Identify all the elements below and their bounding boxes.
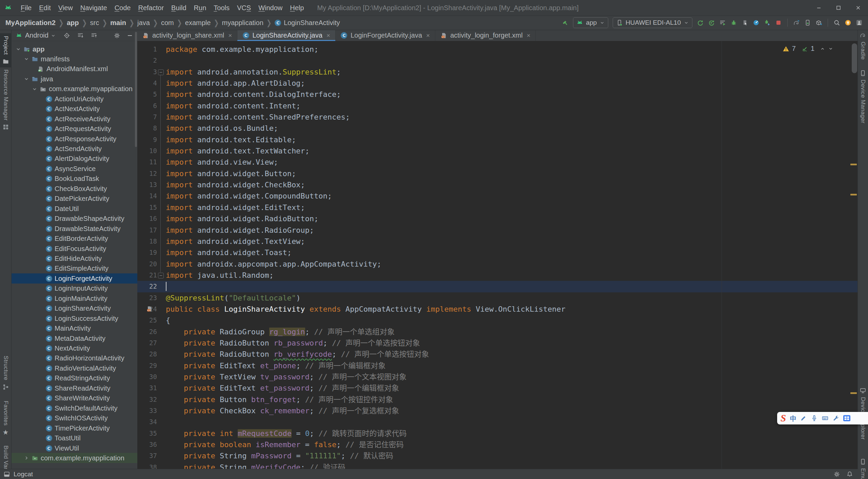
updates-icon[interactable] (845, 19, 851, 26)
tree-item-editfocusactivity[interactable]: CEditFocusActivity (12, 244, 137, 254)
breadcrumb-item-java[interactable]: java (137, 19, 150, 27)
tool-strip-project[interactable]: Project (0, 33, 11, 67)
line-number[interactable]: 38 (137, 462, 157, 469)
line-number[interactable]: 31 (137, 382, 157, 394)
tree-chevron-down-icon[interactable] (32, 86, 37, 92)
tree-item-loginshareactivity[interactable]: CLoginShareActivity (12, 304, 137, 314)
tree-item-bookloadtask[interactable]: CBookLoadTask (12, 174, 137, 184)
breadcrumb-item-myapplication[interactable]: myapplication (222, 19, 263, 27)
tree-chevron-down-icon[interactable] (16, 46, 21, 52)
hide-panel-icon[interactable] (126, 32, 133, 39)
code-line-13[interactable]: 13import android.widget.CheckBox; (137, 179, 858, 190)
profile-avatar-icon[interactable] (856, 19, 863, 26)
code-line-30[interactable]: 30 private TextView tv_password; // 声明一个… (137, 371, 858, 382)
debug-process-icon[interactable] (764, 19, 771, 26)
menu-vcs[interactable]: VCS (233, 4, 255, 12)
debug-icon[interactable] (730, 19, 737, 26)
tree-item-viewutil[interactable]: CViewUtil (12, 443, 137, 453)
warning-stripe-mark[interactable] (850, 164, 857, 165)
tab-activity-login-forget-xml[interactable]: </>activity_login_forget.xml× (435, 30, 536, 41)
tree-item-com-example-myapplication[interactable]: com.example.myapplication (12, 84, 137, 94)
menu-build[interactable]: Build (167, 4, 190, 12)
tree-item-com-example-myapplication[interactable]: com.example.myapplication (12, 453, 137, 463)
close-tab-icon[interactable]: × (327, 32, 330, 39)
line-number[interactable]: 25 (137, 315, 157, 326)
warning-stripe-mark[interactable] (850, 392, 857, 394)
project-view-label[interactable]: Android (25, 32, 48, 39)
line-number[interactable]: 1 (137, 44, 157, 55)
tree-item-androidmanifest-xml[interactable]: MFAndroidManifest.xml (12, 64, 137, 74)
tree-item-timepickeractivity[interactable]: CTimePickerActivity (12, 423, 137, 433)
minimize-button[interactable] (809, 0, 829, 16)
gutter-related-file-icon[interactable]: </> (146, 306, 153, 312)
line-number[interactable]: 35 (137, 428, 157, 439)
collapse-all-icon[interactable] (91, 32, 97, 39)
menu-code[interactable]: Code (111, 4, 135, 12)
code-line-9[interactable]: 9import android.text.Editable; (137, 134, 858, 145)
breadcrumb-item-myapplication2[interactable]: MyApplication2 (5, 19, 56, 27)
line-number[interactable]: 4 (137, 78, 157, 89)
code-line-12[interactable]: 12import android.widget.Button; (137, 168, 858, 179)
tree-chevron-down-icon[interactable] (24, 76, 29, 82)
tool-strip-device-manager[interactable]: Device Manager (858, 70, 868, 123)
tree-item-editsimpleactivity[interactable]: CEditSimpleActivity (12, 264, 137, 274)
tree-item-actresponseactivity[interactable]: CActResponseActivity (12, 134, 137, 144)
line-number[interactable]: 17 (137, 225, 157, 236)
line-number[interactable]: 7 (137, 111, 157, 123)
stop-icon[interactable] (775, 19, 782, 26)
line-number[interactable]: 18 (137, 236, 157, 247)
tool-strip-emulator[interactable]: Emulator (858, 458, 868, 479)
tree-item-app[interactable]: app (12, 44, 137, 54)
search-everywhere-icon[interactable] (833, 19, 840, 26)
line-number[interactable]: 5 (137, 89, 157, 100)
tree-item-alertdialogactivity[interactable]: CAlertDialogActivity (12, 154, 137, 164)
line-number[interactable]: 23 (137, 292, 157, 304)
line-number[interactable]: 28 (137, 349, 157, 360)
code-line-24[interactable]: 24public class LoginShareActivity extend… (137, 304, 858, 315)
chevron-down-icon[interactable] (51, 33, 56, 38)
code-line-18[interactable]: 18import android.widget.TextView; (137, 236, 858, 247)
line-number[interactable]: 14 (137, 190, 157, 202)
maximize-button[interactable] (829, 0, 848, 16)
locate-icon[interactable] (63, 32, 70, 39)
tree-item-manifests[interactable]: manifests (12, 54, 137, 64)
menu-run[interactable]: Run (190, 4, 210, 12)
tree-item-metadataactivity[interactable]: CMetaDataActivity (12, 333, 137, 343)
tree-item-actrequestactivity[interactable]: CActRequestActivity (12, 124, 137, 134)
line-number[interactable]: 21 (137, 270, 157, 281)
code-line-27[interactable]: 27 private RadioButton rb_password; // 声… (137, 337, 858, 349)
line-number[interactable]: 32 (137, 394, 157, 405)
menu-navigate[interactable]: Navigate (77, 4, 111, 12)
line-number[interactable]: 37 (137, 450, 157, 461)
code-line-34[interactable]: 34 (137, 416, 858, 428)
tree-item-asyncservice[interactable]: CAsyncService (12, 164, 137, 174)
line-number[interactable]: 9 (137, 134, 157, 145)
code-line-21[interactable]: 21import java.util.Random; (137, 270, 858, 281)
menu-edit[interactable]: Edit (35, 4, 54, 12)
line-number[interactable]: 30 (137, 371, 157, 382)
code-line-10[interactable]: 10import android.text.TextWatcher; (137, 145, 858, 157)
tree-item-actsendactivity[interactable]: CActSendActivity (12, 144, 137, 154)
tree-item-loginmainactivity[interactable]: CLoginMainActivity (12, 293, 137, 304)
tree-item-java[interactable]: java (12, 74, 137, 84)
line-number[interactable]: 10 (137, 145, 157, 157)
tree-item-mainactivity[interactable]: CMainActivity (12, 324, 137, 334)
settings-gear-icon[interactable] (833, 471, 840, 478)
line-number[interactable]: 33 (137, 405, 157, 416)
line-number[interactable]: 26 (137, 326, 157, 337)
attach-debugger-icon[interactable] (742, 19, 748, 26)
line-number[interactable]: 29 (137, 360, 157, 371)
close-tab-icon[interactable]: × (228, 32, 232, 39)
settings-gear-icon[interactable] (114, 32, 120, 39)
code-line-25[interactable]: 25{ (137, 315, 858, 326)
code-line-19[interactable]: 19import android.widget.Toast; (137, 247, 858, 258)
fold-start-marker[interactable]: – (158, 69, 164, 75)
code-line-26[interactable]: 26 private RadioGroup rg_login; // 声明一个单… (137, 326, 858, 337)
code-line-29[interactable]: 29 private EditText et_phone; // 声明一个编辑框… (137, 360, 858, 371)
tree-item-checkboxactivity[interactable]: CCheckBoxActivity (12, 184, 137, 194)
code-editor[interactable]: 1package com.example.myapplication;23imp… (137, 41, 858, 469)
tab-activity-login-share-xml[interactable]: </>activity_login_share.xml× (137, 30, 237, 41)
tree-item-datepickeractivity[interactable]: CDatePickerActivity (12, 194, 137, 204)
line-number[interactable]: 2 (137, 55, 157, 66)
code-line-15[interactable]: 15import android.widget.EditText; (137, 202, 858, 213)
